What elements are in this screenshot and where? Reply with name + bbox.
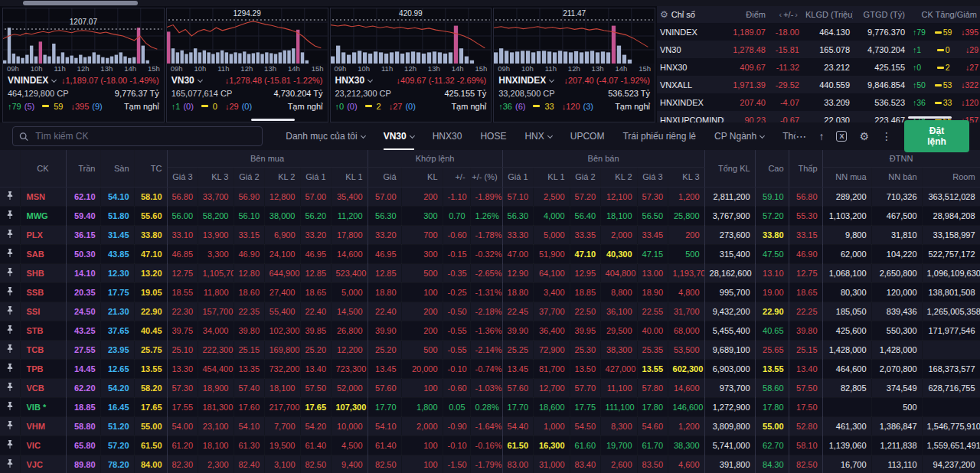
cell-buy-gia2: 17.60 [234, 397, 264, 416]
cell-total-kl: 973,700 [704, 378, 755, 397]
tab-my-watchlist[interactable]: Danh mục của tôi [286, 122, 364, 150]
pin-icon[interactable] [0, 340, 20, 359]
pin-icon[interactable] [0, 435, 20, 455]
time-tick: 12h [240, 64, 253, 73]
charts-scrollbar-handle[interactable] [251, 119, 295, 121]
cell-buy-kl2: 38,000 [264, 206, 300, 225]
index-row-hnx30[interactable]: HNX30409.67-11.3223.212425.155↑02↓27 [657, 58, 980, 76]
tab-sector[interactable]: CP Ngành [714, 122, 764, 150]
cell-buy-kl2: 102,300 [264, 321, 300, 340]
cell-symbol[interactable]: VHM [20, 416, 66, 435]
index-change: -15.81 [769, 45, 802, 54]
cell-thap: 17.50 [789, 397, 822, 416]
index-name-dropdown[interactable]: HNX30 [335, 75, 373, 86]
cell-symbol[interactable]: SSI [20, 302, 66, 321]
pin-icon[interactable] [0, 397, 20, 416]
cell-symbol[interactable]: SHB [20, 263, 66, 282]
pin-icon[interactable] [0, 455, 20, 473]
cell-symbol[interactable]: SAB [20, 244, 66, 263]
cell-buy-kl3: 58,200 [198, 206, 234, 225]
pin-icon[interactable] [0, 378, 20, 397]
pin-icon[interactable] [0, 282, 20, 302]
pin-icon[interactable] [0, 263, 20, 282]
cell-symbol[interactable]: PLX [20, 225, 66, 244]
cell-nn-mua: 1,068,100 [822, 263, 871, 282]
gear-icon[interactable]: ⚙ [660, 9, 668, 20]
cell-san: 51.20 [100, 416, 134, 435]
top-scrollbar[interactable] [0, 0, 980, 6]
index-row-hnxindex[interactable]: HNXINDEX207.40-4.0733.209536.523↑3633↓12… [657, 93, 980, 111]
board-row-sab: SAB50.3043.8547.1046.853,30046.9024,1004… [0, 244, 980, 263]
pin-icon[interactable] [0, 321, 20, 340]
cell-nn-ban: 1,428,000 [871, 340, 922, 359]
tab-hnx[interactable]: HNX [524, 122, 551, 150]
cell-symbol[interactable]: TPB [20, 359, 66, 378]
tab-hnx30[interactable]: HNX30 [433, 122, 462, 150]
header-change[interactable]: ‹+/-› [769, 10, 802, 19]
cell-sell-gia1: 18.80 [502, 282, 533, 302]
cell-buy-gia2: 25.15 [234, 340, 264, 359]
tab-put-through[interactable]: Thỏa thuận [782, 122, 795, 150]
cell-match-pct: -2.65% [470, 263, 502, 282]
cell-sell-kl1: 1,000 [533, 416, 570, 435]
cell-symbol[interactable]: STB [20, 321, 66, 340]
cell-sell-kl1: 51,900 [533, 244, 570, 263]
tab-upcom[interactable]: UPCOM [570, 122, 605, 150]
index-name-dropdown[interactable]: HNXINDEX [498, 75, 554, 86]
upload-icon[interactable]: ↑ [818, 131, 824, 142]
cell-sell-kl3: 31,700 [668, 302, 704, 321]
cell-symbol[interactable]: VIC [20, 435, 66, 455]
index-value: 4,730.204 Tỷ [273, 89, 322, 98]
tab-private-bonds[interactable]: Trái phiếu riêng lẻ [622, 122, 696, 150]
time-tick: 12h [404, 64, 416, 73]
cell-symbol[interactable]: TCB [20, 340, 66, 359]
kebab-menu-icon[interactable]: ⋮ [881, 131, 892, 142]
time-tick: 10h [194, 64, 207, 73]
cell-symbol[interactable]: VCB [20, 378, 66, 397]
index-table-scrollbar-handle[interactable] [908, 116, 952, 119]
more-tabs-icon[interactable]: ⋯ [795, 131, 806, 142]
index-row-vnindex[interactable]: VNINDEX1,189.07-18.00464.1309,776.370↑79… [657, 23, 980, 41]
cell-sell-kl3: 38,300 [668, 435, 704, 455]
cell-sell-kl2: 427,000 [600, 359, 637, 378]
index-row-vnxall[interactable]: VNXALL1,971.39-29.52440.5599,846.854↑505… [657, 76, 980, 93]
cell-symbol[interactable]: MSN [20, 187, 66, 206]
cell-buy-kl2: 6,900 [264, 225, 300, 244]
cell-sell-kl2: 2,000 [600, 225, 637, 244]
pin-icon[interactable] [0, 206, 20, 225]
tab-vn30[interactable]: VN30 [384, 122, 414, 150]
pin-icon[interactable] [0, 302, 20, 321]
unchanged-dash-icon [201, 105, 208, 107]
place-order-button[interactable]: Đặt lệnh [904, 120, 969, 152]
pin-icon[interactable] [0, 244, 20, 263]
excel-export-icon[interactable]: X [836, 131, 847, 142]
time-tick: 13h [100, 64, 113, 73]
cell-symbol[interactable]: VIB * [20, 397, 66, 416]
top-scrollbar-handle[interactable] [23, 1, 138, 5]
cell-sell-kl1: 5,000 [533, 225, 570, 244]
cell-symbol[interactable]: MWG [20, 206, 66, 225]
cell-match-kl: 500 [401, 263, 443, 282]
index-gtgd: 9,846.854 [853, 80, 908, 90]
gear-icon[interactable]: ⚙ [859, 131, 869, 142]
cell-tc: 61.50 [134, 435, 167, 455]
board-row-stb: STB43.2537.6540.4539.7534,00039.80102,30… [0, 321, 980, 340]
cell-symbol[interactable]: VJC [20, 455, 66, 473]
pin-icon[interactable] [0, 359, 20, 378]
pin-icon[interactable] [0, 187, 20, 206]
cell-sell-kl3: 14,600 [668, 378, 704, 397]
cell-total-kl: 1,272,900 [704, 397, 755, 416]
pin-icon[interactable] [0, 225, 20, 244]
stock-search[interactable] [12, 126, 263, 146]
index-name-dropdown[interactable]: VN30 [172, 75, 202, 86]
tab-hose[interactable]: HOSE [480, 122, 506, 150]
index-row-vn30[interactable]: VN301,278.48-15.81165.0784,730.204↑10↓29 [657, 41, 980, 58]
cell-sell-kl2: 40,300 [600, 244, 637, 263]
pin-icon[interactable] [0, 416, 20, 435]
cell-nn-mua: 185,050 [822, 302, 871, 321]
cell-sell-gia3: 57.30 [637, 187, 668, 206]
cell-symbol[interactable]: SSB [20, 282, 66, 302]
chevron-down-icon [51, 77, 57, 82]
index-name-dropdown[interactable]: VNINDEX [8, 75, 56, 86]
search-input[interactable] [34, 130, 256, 142]
